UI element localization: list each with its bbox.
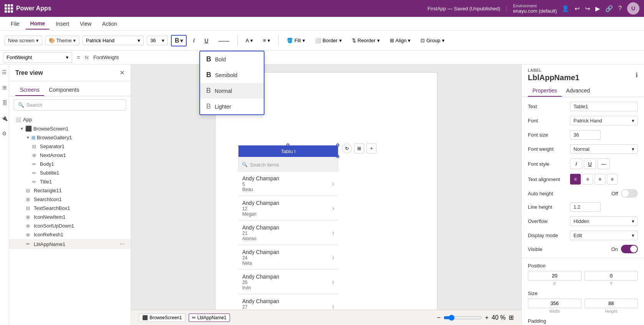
lbl-tab[interactable]: ✏ LblAppName1	[189, 313, 230, 322]
auto-height-toggle[interactable]	[621, 189, 638, 198]
sidebar-settings-icon[interactable]: ⚙	[0, 129, 8, 138]
bold-option-lighter[interactable]: B Lighter	[200, 99, 264, 114]
menu-view[interactable]: View	[75, 18, 96, 29]
align-button[interactable]: ≡ ▾	[260, 36, 274, 45]
menu-home[interactable]: Home	[26, 18, 50, 30]
add-control[interactable]: +	[366, 144, 376, 153]
formula-input[interactable]: FontWeight	[92, 54, 641, 60]
browse-screen-tab[interactable]: ⬛ BrowseScreen1	[139, 313, 186, 322]
align-right-btn[interactable]: ≡	[595, 174, 605, 185]
overflow-prop-value[interactable]: Hidden ▾	[570, 216, 638, 226]
bold-option-normal[interactable]: B Normal	[200, 83, 264, 99]
list-row-1[interactable]: Andy Champan 12 Megan ›	[238, 196, 338, 221]
height-input[interactable]	[585, 299, 638, 308]
list-chevron-1: ›	[332, 205, 334, 212]
tree-item-searchicon[interactable]: ⊛ SearchIcon1	[9, 195, 131, 204]
strikethrough-button[interactable]: ——	[215, 36, 233, 46]
font-size-selector[interactable]: 36 ▾	[147, 36, 168, 45]
menu-insert[interactable]: Insert	[51, 18, 74, 29]
tree-tab-screens[interactable]: Screens	[15, 84, 44, 96]
tree-item-app[interactable]: ⬜ App	[9, 115, 131, 124]
line-height-prop-value[interactable]: 1.2	[570, 202, 601, 212]
resize-control[interactable]: ⊞	[354, 144, 364, 153]
menu-file[interactable]: File	[6, 18, 24, 29]
font-color-button[interactable]: A ▾	[242, 36, 257, 45]
visible-toggle[interactable]	[621, 245, 638, 253]
list-row-3[interactable]: Andy Champan 24 Neta ›	[238, 245, 338, 270]
reorder-button[interactable]: ⇅ Reorder ▾	[348, 36, 383, 45]
tree-item-lblappname[interactable]: ✏ LblAppName1 ···	[9, 239, 131, 249]
list-row-4[interactable]: Andy Champan 26 Irvin ›	[238, 270, 338, 294]
right-tab-properties[interactable]: Properties	[528, 85, 562, 97]
strikethrough-style-btn[interactable]: —	[598, 158, 610, 169]
font-weight-prop-value[interactable]: Normal ▾	[570, 144, 638, 154]
zoom-in-button[interactable]: +	[485, 314, 488, 321]
fit-screen-button[interactable]: ⊞	[509, 314, 514, 321]
list-row-2[interactable]: Andy Champan 21 Alonso ›	[238, 221, 338, 245]
undo-icon[interactable]: ↩	[575, 5, 580, 12]
tree-item-separator[interactable]: ⊟ Separator1	[9, 142, 131, 151]
tree-item-iconrefresh[interactable]: ⊛ IconRefresh1	[9, 230, 131, 239]
zoom-out-button[interactable]: −	[437, 314, 440, 321]
user-avatar[interactable]: U	[627, 2, 639, 15]
zoom-slider[interactable]	[444, 315, 482, 321]
font-selector[interactable]: Patrick Hand ▾	[82, 36, 144, 45]
align-pos-button[interactable]: ⊞ Align ▾	[386, 36, 414, 45]
sidebar-components-icon[interactable]: ⊞	[1, 83, 8, 92]
italic-button[interactable]: I	[190, 36, 198, 46]
tree-item-nextarrow[interactable]: ⊛ NextArrow1	[9, 151, 131, 160]
tree-item-subtitle[interactable]: ✏ Subtitle1	[9, 168, 131, 177]
menu-action[interactable]: Action	[98, 18, 122, 29]
border-button[interactable]: ⬜ Border ▾	[312, 36, 345, 45]
help-info-icon[interactable]: ℹ	[636, 71, 638, 79]
tree-close-button[interactable]: ✕	[120, 69, 125, 76]
new-screen-button[interactable]: New screen ▾	[5, 36, 42, 45]
right-tab-advanced[interactable]: Advanced	[562, 85, 595, 97]
sidebar-connections-icon[interactable]: 🔌	[0, 114, 9, 123]
tree-item-iconsort[interactable]: ⊛ IconSortUpDown1	[9, 221, 131, 230]
group-button[interactable]: ⊡ Group ▾	[417, 36, 448, 45]
redo-icon[interactable]: ↪	[585, 5, 590, 12]
env-name: enayu.com (default)	[513, 8, 557, 14]
tree-item-body[interactable]: ✏ Body1	[9, 160, 131, 168]
formula-selector[interactable]: FontWeight ▾	[3, 52, 72, 63]
theme-button[interactable]: 🎨 Theme ▾	[45, 36, 79, 45]
align-justify-btn[interactable]: ≡	[607, 174, 618, 185]
list-row-0[interactable]: Andy Champan 5 Beau ›	[238, 172, 338, 196]
italic-style-btn[interactable]: I	[570, 158, 582, 169]
play-icon[interactable]: ▶	[595, 5, 600, 12]
align-center-btn[interactable]: ≡	[582, 174, 593, 185]
display-mode-prop-value[interactable]: Edit ▾	[570, 231, 638, 240]
align-left-btn[interactable]: ≡	[570, 174, 581, 185]
bold-option-bold[interactable]: B Bold	[200, 51, 264, 67]
label-element[interactable]: Tablu I	[238, 145, 338, 157]
app-logo[interactable]: Power Apps	[5, 4, 51, 13]
tree-item-more-button[interactable]: ···	[120, 241, 125, 247]
underline-style-btn[interactable]: U	[584, 158, 596, 169]
tree-item-textsearchbox[interactable]: ⊟ TextSearchBox1	[9, 204, 131, 213]
pos-x-input[interactable]	[528, 271, 582, 280]
tree-item-title[interactable]: ✏ Title1	[9, 177, 131, 186]
rotate-control[interactable]: ↻	[342, 144, 352, 153]
fill-button[interactable]: 🪣 Fill ▾	[283, 36, 309, 45]
tree-tab-components[interactable]: Components	[44, 84, 84, 96]
waffle-icon[interactable]	[5, 4, 13, 13]
pos-y-input[interactable]	[585, 271, 638, 280]
font-prop-value[interactable]: Patrick Hand ▾	[570, 116, 638, 125]
width-input[interactable]	[528, 299, 582, 308]
person-add-icon[interactable]: 👤	[562, 5, 569, 12]
share-icon[interactable]: 🔗	[605, 5, 613, 12]
tree-item-rectangle[interactable]: ⊟ Rectangle11	[9, 186, 131, 195]
prop-display-mode: Display mode Edit ▾	[528, 231, 638, 240]
sidebar-data-icon[interactable]: 🗄	[0, 98, 9, 107]
tree-item-iconnewitem[interactable]: ⊛ IconNewItem1	[9, 213, 131, 221]
tree-item-browsegallery[interactable]: ▼ ⊞ BrowseGallery1	[9, 133, 131, 142]
bold-dropdown-button[interactable]: B ▾	[171, 35, 187, 46]
bold-option-semibold[interactable]: B Semibold	[200, 67, 264, 83]
font-size-prop-value[interactable]: 36	[570, 130, 601, 140]
underline-button[interactable]: U	[201, 36, 212, 46]
sidebar-menu-icon[interactable]: ☰	[0, 68, 8, 77]
help-icon[interactable]: ?	[618, 5, 622, 12]
tree-item-browsescreen[interactable]: ▼ ⬛ BrowseScreen1	[9, 124, 131, 133]
text-prop-value[interactable]: Table1	[570, 102, 638, 111]
